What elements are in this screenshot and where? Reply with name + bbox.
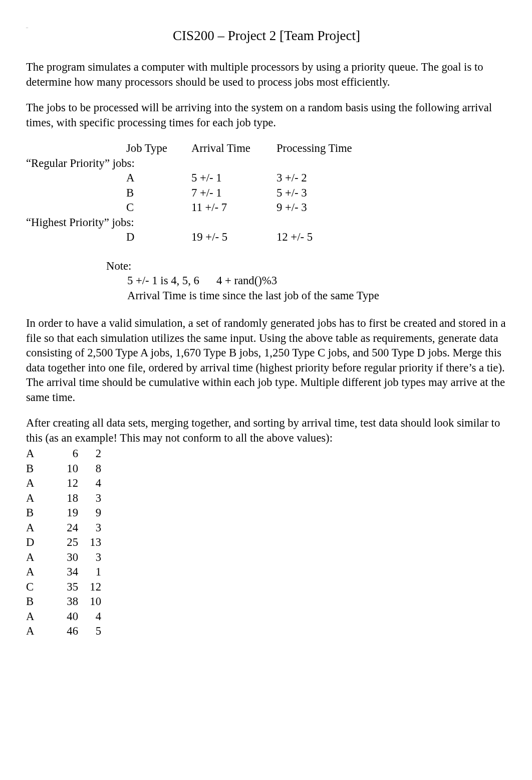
cell-arrival: 11 +/- 7 [191, 200, 277, 215]
ex-arrival: 46 [52, 624, 78, 639]
ex-processing: 5 [81, 624, 101, 639]
ex-type: A [26, 564, 52, 579]
ex-type: A [26, 624, 52, 639]
ex-arrival: 35 [52, 579, 78, 595]
example-row: A 46 5 [26, 624, 507, 639]
example-row: B 38 10 [26, 594, 507, 609]
job-row: A 5 +/- 1 3 +/- 2 [26, 170, 507, 185]
cell-empty [26, 185, 126, 201]
example-row: C 35 12 [26, 579, 507, 595]
ex-arrival: 34 [52, 564, 78, 579]
group-label-highest-text: “Highest Priority” jobs: [26, 215, 134, 230]
ex-type: A [26, 520, 52, 535]
cell-type: B [126, 185, 191, 201]
ex-processing: 4 [81, 476, 101, 491]
ex-type: B [26, 461, 52, 476]
example-row: A 6 2 [26, 446, 507, 461]
ex-type: A [26, 609, 52, 624]
job-row: D 19 +/- 5 12 +/- 5 [26, 230, 507, 245]
cell-processing: 9 +/- 3 [277, 200, 377, 215]
ex-type: A [26, 476, 52, 491]
cell-arrival: 19 +/- 5 [191, 230, 277, 245]
ex-arrival: 12 [52, 476, 78, 491]
group-label-regular-text: “Regular Priority” jobs: [26, 156, 135, 171]
cell-processing: 3 +/- 2 [277, 170, 377, 185]
job-timing-table: Job Type Arrival Time Processing Time “R… [26, 141, 507, 245]
ex-arrival: 6 [52, 446, 78, 461]
example-row: A 18 3 [26, 491, 507, 506]
ex-processing: 1 [81, 564, 101, 579]
job-table-header: Job Type Arrival Time Processing Time [26, 141, 507, 156]
intro-para-2: The jobs to be processed will be arrivin… [26, 100, 507, 130]
cell-empty [26, 170, 126, 185]
ex-arrival: 19 [52, 505, 78, 520]
cell-arrival: 5 +/- 1 [191, 170, 277, 185]
example-intro-para: After creating all data sets, merging to… [26, 416, 507, 445]
note-block: Note: 5 +/- 1 is 4, 5, 6 4 + rand()%3 Ar… [106, 259, 507, 303]
page-title: CIS200 – Project 2 [Team Project] [26, 27, 507, 45]
example-row: A 34 1 [26, 564, 507, 579]
ex-arrival: 18 [52, 491, 78, 506]
corner-mark: .. [26, 25, 29, 30]
cell-type: D [126, 230, 191, 245]
job-row: B 7 +/- 1 5 +/- 3 [26, 185, 507, 201]
cell-type: A [126, 170, 191, 185]
ex-arrival: 38 [52, 594, 78, 609]
header-empty [26, 141, 126, 156]
ex-type: A [26, 491, 52, 506]
example-row: B 19 9 [26, 505, 507, 520]
ex-arrival: 25 [52, 535, 78, 550]
cell-processing: 5 +/- 3 [277, 185, 377, 201]
ex-arrival: 10 [52, 461, 78, 476]
ex-type: B [26, 505, 52, 520]
example-row: A 30 3 [26, 550, 507, 565]
example-row: A 40 4 [26, 609, 507, 624]
note-heading: Note: [106, 259, 507, 274]
ex-processing: 4 [81, 609, 101, 624]
cell-type: C [126, 200, 191, 215]
note-line-2: Arrival Time is time since the last job … [127, 288, 507, 303]
example-data-list: A 6 2 B 10 8 A 12 4 A 18 3 B 19 9 A 24 3… [26, 446, 507, 639]
cell-empty [26, 200, 126, 215]
ex-type: A [26, 446, 52, 461]
example-row: D 25 13 [26, 535, 507, 550]
ex-type: C [26, 579, 52, 595]
header-arrival: Arrival Time [191, 141, 277, 156]
note-line-1: 5 +/- 1 is 4, 5, 6 4 + rand()%3 [127, 273, 507, 288]
ex-processing: 3 [81, 491, 101, 506]
intro-para-1: The program simulates a computer with mu… [26, 60, 507, 89]
group-label-regular: “Regular Priority” jobs: [26, 156, 507, 171]
ex-processing: 12 [81, 579, 101, 595]
ex-processing: 8 [81, 461, 101, 476]
ex-processing: 3 [81, 520, 101, 535]
cell-empty [26, 230, 126, 245]
ex-processing: 9 [81, 505, 101, 520]
ex-type: A [26, 550, 52, 565]
example-row: A 12 4 [26, 476, 507, 491]
ex-processing: 13 [81, 535, 101, 550]
ex-arrival: 30 [52, 550, 78, 565]
ex-type: B [26, 594, 52, 609]
cell-arrival: 7 +/- 1 [191, 185, 277, 201]
ex-processing: 10 [81, 594, 101, 609]
cell-processing: 12 +/- 5 [277, 230, 377, 245]
ex-arrival: 40 [52, 609, 78, 624]
ex-processing: 2 [81, 446, 101, 461]
example-row: B 10 8 [26, 461, 507, 476]
ex-type: D [26, 535, 52, 550]
job-row: C 11 +/- 7 9 +/- 3 [26, 200, 507, 215]
header-job-type: Job Type [126, 141, 191, 156]
example-row: A 24 3 [26, 520, 507, 535]
ex-processing: 3 [81, 550, 101, 565]
header-processing: Processing Time [277, 141, 377, 156]
group-label-highest: “Highest Priority” jobs: [26, 215, 507, 230]
requirements-para: In order to have a valid simulation, a s… [26, 316, 507, 405]
ex-arrival: 24 [52, 520, 78, 535]
